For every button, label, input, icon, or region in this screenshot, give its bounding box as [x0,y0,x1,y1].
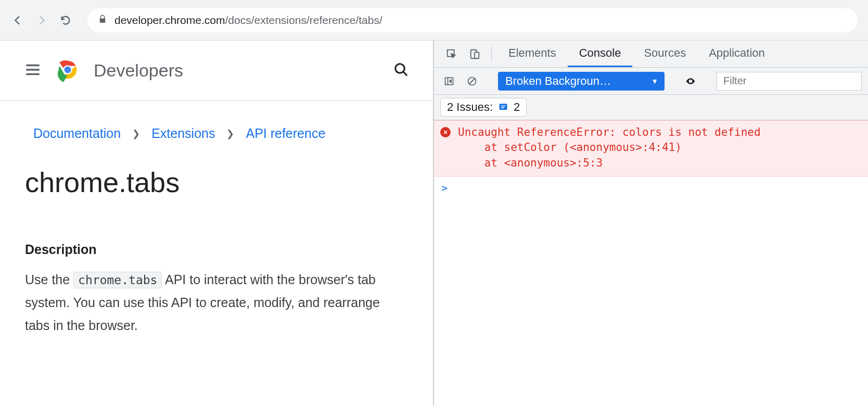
issues-bar: 2 Issues: 2 [434,95,868,120]
site-header: Developers [0,41,433,101]
description-label: Description [25,242,408,257]
clear-console-icon[interactable] [463,72,481,90]
chevron-right-icon: ❯ [132,128,140,139]
breadcrumb: Documentation ❯ Extensions ❯ API referen… [0,101,433,147]
inspect-element-icon[interactable] [440,41,463,67]
svg-point-3 [395,64,405,73]
tab-application[interactable]: Application [697,41,776,67]
lock-icon [98,14,107,27]
site-title: Developers [94,60,381,81]
error-icon [440,127,451,137]
chevron-down-icon: ▼ [651,77,658,85]
context-selector[interactable]: Broken Backgroun… ▼ [498,72,665,91]
back-button[interactable] [10,13,25,28]
error-message: Uncaught ReferenceError: colors is not d… [458,125,761,171]
svg-line-9 [469,79,475,84]
issue-icon [498,102,508,112]
address-bar[interactable]: developer.chrome.com/docs/extensions/ref… [87,8,858,32]
devtools-tabs: Elements Console Sources Application [434,41,868,68]
breadcrumb-link[interactable]: Documentation [33,126,121,141]
chrome-logo-icon [54,56,81,85]
console-prompt[interactable]: > [434,176,868,199]
menu-button[interactable] [24,61,42,81]
tab-console[interactable]: Console [568,41,633,67]
page-title: chrome.tabs [0,147,433,205]
description-text: Use the chrome.tabs API to interact with… [25,269,408,337]
tab-elements[interactable]: Elements [497,41,568,67]
inline-code: chrome.tabs [73,272,162,288]
breadcrumb-link[interactable]: API reference [246,126,325,141]
svg-rect-6 [475,52,479,58]
live-expression-icon[interactable] [682,72,699,90]
console-toolbar: Broken Backgroun… ▼ [434,68,868,95]
devtools-panel: Elements Console Sources Application Bro… [434,41,868,406]
browser-toolbar: developer.chrome.com/docs/extensions/ref… [0,0,868,41]
filter-input[interactable] [717,72,862,91]
toggle-device-icon[interactable] [463,41,486,67]
forward-button[interactable] [34,13,49,28]
search-button[interactable] [393,62,409,80]
page-content: Developers Documentation ❯ Extensions ❯ … [0,41,434,406]
issues-button[interactable]: 2 Issues: 2 [440,98,527,117]
url-text: developer.chrome.com/docs/extensions/ref… [114,14,382,27]
svg-rect-10 [500,104,507,110]
sidebar-toggle-icon[interactable] [440,72,458,90]
console-error-row[interactable]: Uncaught ReferenceError: colors is not d… [434,120,868,176]
tab-sources[interactable]: Sources [632,41,697,67]
breadcrumb-link[interactable]: Extensions [151,126,215,141]
console-output: Uncaught ReferenceError: colors is not d… [434,120,868,406]
chevron-right-icon: ❯ [226,128,234,139]
reload-button[interactable] [58,13,73,28]
